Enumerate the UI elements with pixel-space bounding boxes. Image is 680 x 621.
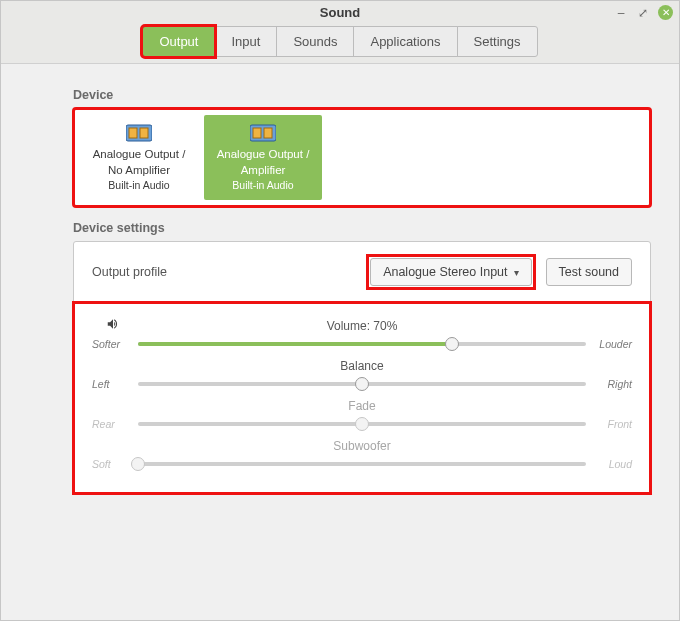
- volume-track[interactable]: [138, 337, 586, 351]
- output-profile-dropdown[interactable]: Analogue Stereo Input ▾: [370, 258, 531, 286]
- device-settings-panel: Output profile Analogue Stereo Input ▾ T…: [73, 241, 651, 494]
- device-title: Analogue Output / Amplifier: [208, 147, 318, 178]
- balance-left: Left: [92, 378, 130, 390]
- titlebar: Sound Output Input Sounds Applications S…: [1, 1, 679, 64]
- device-title: Analogue Output / No Amplifier: [84, 147, 194, 178]
- tab-settings[interactable]: Settings: [457, 26, 538, 57]
- close-button[interactable]: ✕: [658, 5, 673, 20]
- volume-slider[interactable]: Volume: 70% Softer Louder: [92, 319, 632, 351]
- device-subtitle: Built-in Audio: [208, 178, 318, 192]
- tab-applications[interactable]: Applications: [353, 26, 457, 57]
- svg-rect-5: [264, 128, 272, 138]
- tab-input[interactable]: Input: [214, 26, 277, 57]
- volume-left: Softer: [92, 338, 130, 350]
- tab-sounds[interactable]: Sounds: [276, 26, 354, 57]
- subwoofer-left: Soft: [92, 458, 130, 470]
- subwoofer-label: Subwoofer: [333, 439, 390, 453]
- balance-right: Right: [594, 378, 632, 390]
- balance-track[interactable]: [138, 377, 586, 391]
- minimize-button[interactable]: –: [614, 6, 628, 20]
- fade-left: Rear: [92, 418, 130, 430]
- output-profile-value: Analogue Stereo Input: [383, 265, 507, 279]
- volume-icon: [106, 317, 120, 334]
- device-analogue-output-no-amplifier[interactable]: Analogue Output / No Amplifier Built-in …: [80, 115, 198, 200]
- output-profile-label: Output profile: [92, 265, 356, 279]
- sound-card-icon: [84, 123, 194, 143]
- svg-rect-4: [253, 128, 261, 138]
- fade-track: [138, 417, 586, 431]
- subwoofer-slider: Subwoofer Soft Loud: [92, 439, 632, 471]
- volume-label: Volume: 70%: [327, 319, 398, 333]
- svg-rect-1: [129, 128, 137, 138]
- window-controls: – ⤢ ✕: [614, 5, 673, 20]
- section-device: Device: [73, 88, 651, 102]
- fade-label: Fade: [348, 399, 375, 413]
- sound-card-icon: [208, 123, 318, 143]
- balance-slider[interactable]: Balance Left Right: [92, 359, 632, 391]
- fade-slider: Fade Rear Front: [92, 399, 632, 431]
- sound-window: Sound Output Input Sounds Applications S…: [0, 0, 680, 621]
- subwoofer-track: [138, 457, 586, 471]
- tabbar: Output Input Sounds Applications Setting…: [142, 22, 537, 63]
- balance-label: Balance: [340, 359, 383, 373]
- device-analogue-output-amplifier[interactable]: Analogue Output / Amplifier Built-in Aud…: [204, 115, 322, 200]
- maximize-button[interactable]: ⤢: [636, 6, 650, 20]
- chevron-down-icon: ▾: [514, 267, 519, 278]
- device-subtitle: Built-in Audio: [84, 178, 194, 192]
- section-device-settings: Device settings: [73, 221, 651, 235]
- subwoofer-right: Loud: [594, 458, 632, 470]
- test-sound-button[interactable]: Test sound: [546, 258, 632, 286]
- tab-output[interactable]: Output: [142, 26, 215, 57]
- sliders-group: Volume: 70% Softer Louder Balance: [74, 303, 650, 493]
- fade-right: Front: [594, 418, 632, 430]
- svg-rect-2: [140, 128, 148, 138]
- window-title: Sound: [320, 1, 360, 22]
- volume-right: Louder: [594, 338, 632, 350]
- device-panel: Analogue Output / No Amplifier Built-in …: [73, 108, 651, 207]
- device-chooser: Analogue Output / No Amplifier Built-in …: [74, 109, 650, 206]
